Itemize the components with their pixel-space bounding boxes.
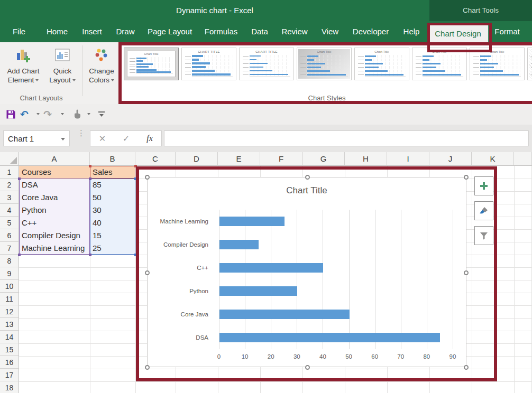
chart-resize-handle[interactable] — [305, 365, 310, 370]
chart-style-thumb-4[interactable]: Chart Title — [297, 48, 352, 80]
cancel-icon[interactable]: ✕ — [99, 134, 106, 144]
chart-resize-handle[interactable] — [464, 270, 469, 275]
touch-mode-button[interactable] — [72, 108, 82, 120]
row-header-3[interactable]: 3 — [0, 191, 19, 204]
chart-bar-dsa[interactable] — [219, 333, 440, 342]
range-handle[interactable] — [89, 177, 91, 180]
tab-draw[interactable]: Draw — [116, 21, 134, 42]
chart-resize-handle[interactable] — [464, 365, 469, 370]
tab-format[interactable]: Format — [494, 21, 520, 42]
row-header-17[interactable]: 17 — [0, 369, 19, 381]
chart-styles-button[interactable] — [474, 201, 493, 220]
tab-insert[interactable]: Insert — [82, 21, 102, 42]
name-box-input[interactable] — [4, 131, 57, 146]
chart-style-thumb-3[interactable]: Chart Title — [239, 48, 294, 80]
customize-qat-button[interactable] — [98, 108, 105, 120]
chart-filters-button[interactable] — [474, 226, 493, 245]
row-header-10[interactable]: 10 — [0, 280, 19, 293]
column-header-g[interactable]: G — [302, 152, 345, 166]
row-header-4[interactable]: 4 — [0, 204, 19, 217]
column-header-partial[interactable] — [514, 152, 532, 166]
undo-dropdown[interactable] — [35, 108, 40, 120]
tab-review[interactable]: Review — [281, 21, 307, 42]
column-header-f[interactable]: F — [260, 152, 302, 166]
range-handle[interactable] — [18, 177, 21, 180]
tab-page-layout[interactable]: Page Layout — [148, 21, 192, 42]
tab-help[interactable]: Help — [403, 21, 420, 42]
cell-a1[interactable]: Courses — [19, 166, 90, 179]
tab-home[interactable]: Home — [47, 21, 68, 42]
chart-title[interactable]: Chart Title — [148, 185, 466, 196]
thumb-title: Chart Title — [529, 50, 532, 54]
add-chart-element-button[interactable]: Add Chart Element — [4, 45, 42, 100]
chart-style-thumb-2[interactable]: Chart Title — [181, 48, 236, 80]
chart-bar-compiler-design[interactable] — [219, 240, 259, 249]
chart-resize-handle[interactable] — [145, 270, 150, 275]
row-header-11[interactable]: 11 — [0, 293, 19, 305]
tab-formulas[interactable]: Formulas — [205, 21, 238, 42]
column-header-k[interactable]: K — [472, 152, 514, 166]
chart-style-thumb-5[interactable]: Chart Title — [354, 48, 409, 80]
insert-function-icon[interactable]: fx — [146, 133, 153, 144]
row-header-13[interactable]: 13 — [0, 318, 19, 331]
column-header-i[interactable]: I — [387, 152, 429, 166]
chart-resize-handle[interactable] — [145, 365, 150, 370]
worksheet[interactable]: CoursesSalesDSA85Core Java50Python30C++4… — [0, 152, 532, 393]
range-handle[interactable] — [89, 165, 91, 167]
range-handle[interactable] — [89, 254, 91, 256]
row-header-1[interactable]: 1 — [0, 166, 19, 179]
chart-style-thumb-6[interactable]: Chart Title — [412, 48, 467, 80]
row-header-2[interactable]: 2 — [0, 179, 19, 191]
column-header-j[interactable]: J — [429, 152, 472, 166]
undo-button[interactable]: ↶ — [20, 108, 29, 120]
column-header-a[interactable]: A — [19, 152, 90, 166]
row-header-12[interactable]: 12 — [0, 305, 19, 318]
enter-icon[interactable]: ✓ — [123, 134, 130, 144]
range-handle[interactable] — [18, 254, 21, 256]
tab-file[interactable]: File — [13, 21, 25, 42]
chart-styles-group-label: Chart Styles — [122, 94, 532, 102]
column-header-c[interactable]: C — [135, 152, 176, 166]
row-header-6[interactable]: 6 — [0, 229, 19, 242]
chart-bar-python[interactable] — [219, 286, 297, 296]
row-header-15[interactable]: 15 — [0, 343, 19, 356]
chart-bar-c-[interactable] — [219, 263, 323, 273]
chart-bar-core-java[interactable] — [219, 310, 350, 319]
touch-mode-dropdown[interactable] — [86, 108, 90, 120]
chart-style-thumb-8[interactable]: Chart Title — [527, 48, 532, 80]
chart-style-thumb-1[interactable]: Chart Title — [124, 48, 179, 80]
column-header-h[interactable]: H — [345, 152, 387, 166]
x-axis-tick-label: 30 — [289, 353, 305, 360]
select-all-corner[interactable] — [0, 152, 19, 166]
redo-dropdown[interactable] — [59, 108, 64, 120]
name-box[interactable] — [3, 130, 70, 146]
row-header-16[interactable]: 16 — [0, 356, 19, 369]
redo-button[interactable]: ↷ — [43, 108, 52, 120]
x-axis-tick-label: 40 — [315, 353, 331, 360]
row-header-9[interactable]: 9 — [0, 267, 19, 280]
tab-data[interactable]: Data — [251, 21, 268, 42]
change-colors-button[interactable]: Change Colors — [85, 45, 118, 100]
tab-view[interactable]: View — [322, 21, 338, 42]
column-header-d[interactable]: D — [176, 152, 218, 166]
save-button[interactable] — [6, 108, 16, 120]
chart-elements-button[interactable] — [474, 176, 493, 195]
chart-object[interactable]: Chart Title 0102030405060708090Machine L… — [147, 177, 466, 367]
tab-developer[interactable]: Developer — [353, 21, 389, 42]
chart-bar-machine-learning[interactable] — [219, 217, 285, 226]
quick-layout-button[interactable]: Quick Layout — [43, 45, 81, 100]
row-header-7[interactable]: 7 — [0, 242, 19, 255]
row-header-14[interactable]: 14 — [0, 331, 19, 343]
name-box-dropdown-icon[interactable] — [61, 138, 65, 141]
chart-style-thumb-7[interactable]: Chart Title — [470, 48, 525, 80]
row-header-18[interactable]: 18 — [0, 381, 19, 393]
chart-gridline — [271, 210, 271, 349]
chart-resize-handle[interactable] — [464, 175, 469, 180]
chart-resize-handle[interactable] — [145, 175, 150, 180]
column-header-b[interactable]: B — [90, 152, 135, 166]
row-header-5[interactable]: 5 — [0, 217, 19, 229]
row-header-8[interactable]: 8 — [0, 255, 19, 267]
formula-bar-input[interactable] — [164, 130, 529, 146]
chart-resize-handle[interactable] — [305, 175, 310, 180]
column-header-e[interactable]: E — [218, 152, 260, 166]
